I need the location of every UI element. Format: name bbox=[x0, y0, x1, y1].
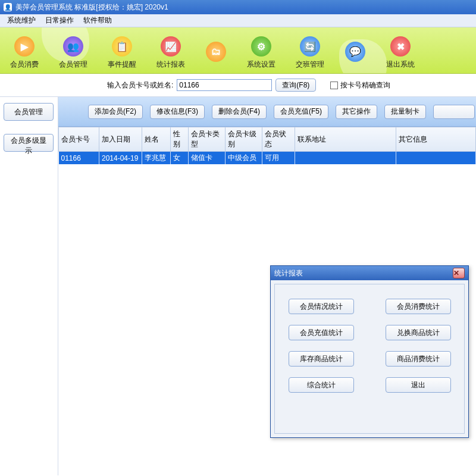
cell-card: 01166 bbox=[59, 152, 99, 165]
tool-chat[interactable]: 💬 bbox=[334, 36, 376, 65]
tool-label: 会员消费 bbox=[10, 60, 39, 70]
col-clevel[interactable]: 会员卡级别 bbox=[226, 127, 262, 152]
col-status[interactable]: 会员状态 bbox=[262, 127, 295, 152]
dialog-titlebar[interactable]: 统计报表 ✕ bbox=[271, 266, 468, 280]
cell-date: 2014-04-19 bbox=[99, 152, 142, 165]
batch-card-button[interactable]: 批量制卡 bbox=[384, 105, 426, 119]
tool-system-settings[interactable]: ⚙ 系统设置 bbox=[237, 31, 286, 70]
report-icon: 📈 bbox=[161, 36, 181, 57]
add-member-button[interactable]: 添加会员(F2) bbox=[88, 105, 143, 119]
dialog-close-button[interactable]: ✕ bbox=[453, 268, 465, 278]
tool-member-consume[interactable]: ▶ 会员消费 bbox=[0, 31, 49, 70]
col-date[interactable]: 加入日期 bbox=[99, 127, 142, 152]
search-label: 输入会员卡号或姓名: bbox=[107, 80, 173, 90]
other-ops-button[interactable]: 其它操作 bbox=[336, 105, 377, 119]
cell-other bbox=[396, 152, 476, 165]
btn-stock-goods-stat[interactable]: 库存商品统计 bbox=[289, 351, 354, 367]
btn-goods-consume-stat[interactable]: 商品消费统计 bbox=[386, 351, 451, 367]
btn-member-charge-stat[interactable]: 会员充值统计 bbox=[289, 325, 354, 340]
tool-label: 事件提醒 bbox=[108, 60, 136, 70]
search-input[interactable] bbox=[177, 79, 272, 91]
members-icon: 👥 bbox=[63, 36, 83, 57]
tool-label: 系统设置 bbox=[247, 60, 275, 70]
chat-icon: 💬 bbox=[345, 42, 365, 62]
btn-member-status-stat[interactable]: 会员情况统计 bbox=[289, 299, 354, 314]
action-bar: 添加会员(F2) 修改信息(F3) 删除会员(F4) 会员充值(F5) 其它操作… bbox=[58, 97, 476, 127]
query-button[interactable]: 查询(F8) bbox=[275, 79, 316, 92]
left-tab-column: 会员管理 会员多级显示 bbox=[0, 97, 58, 475]
members-table: 会员卡号 加入日期 姓名 性别 会员卡类型 会员卡级别 会员状态 联系地址 其它… bbox=[58, 127, 476, 164]
stats-dialog: 统计报表 ✕ 会员情况统计 会员消费统计 会员充值统计 兑换商品统计 库存商品统… bbox=[270, 265, 469, 438]
table-row[interactable]: 01166 2014-04-19 李兆慧 女 储值卡 中级会员 可用 bbox=[59, 152, 476, 165]
close-icon: ✕ bbox=[453, 269, 464, 277]
col-addr[interactable]: 联系地址 bbox=[295, 127, 396, 152]
tool-exit-system[interactable]: ✖ 退出系统 bbox=[376, 31, 425, 70]
delete-member-button[interactable]: 删除会员(F4) bbox=[212, 105, 267, 119]
cell-ctype: 储值卡 bbox=[189, 152, 226, 165]
btn-overall-stat[interactable]: 综合统计 bbox=[289, 377, 354, 393]
col-other[interactable]: 其它信息 bbox=[396, 127, 476, 152]
edit-info-button[interactable]: 修改信息(F3) bbox=[150, 105, 205, 119]
exit-icon: ✖ bbox=[390, 36, 411, 57]
window-titlebar: 👤 美萍会员管理系统 标准版[授权给：姚宏] 2020v1 bbox=[0, 0, 476, 14]
exact-match-checkbox[interactable]: 按卡号精确查询 bbox=[330, 80, 390, 90]
cell-name: 李兆慧 bbox=[142, 152, 171, 165]
app-icon: 👤 bbox=[4, 3, 12, 11]
btn-member-consume-stat[interactable]: 会员消费统计 bbox=[386, 299, 451, 314]
table-header-row: 会员卡号 加入日期 姓名 性别 会员卡类型 会员卡级别 会员状态 联系地址 其它… bbox=[59, 127, 476, 152]
tool-shift-manage[interactable]: 🔄 交班管理 bbox=[286, 31, 334, 70]
window-title: 美萍会员管理系统 标准版[授权给：姚宏] 2020v1 bbox=[15, 2, 472, 12]
blank-button[interactable] bbox=[433, 105, 475, 119]
stack-icon: 🗂 bbox=[206, 42, 226, 62]
tool-label: 统计报表 bbox=[156, 60, 185, 70]
tool-label: 交班管理 bbox=[296, 60, 324, 70]
tool-event-reminder[interactable]: 📋 事件提醒 bbox=[98, 31, 146, 70]
tool-stat-report[interactable]: 📈 统计报表 bbox=[146, 31, 195, 70]
col-card[interactable]: 会员卡号 bbox=[59, 127, 99, 152]
cell-sex: 女 bbox=[171, 152, 189, 165]
cell-addr bbox=[295, 152, 396, 165]
settings-icon: ⚙ bbox=[251, 36, 271, 57]
checkbox-icon bbox=[330, 82, 338, 89]
menu-help[interactable]: 软件帮助 bbox=[79, 14, 117, 27]
shift-icon: 🔄 bbox=[300, 36, 320, 57]
play-icon: ▶ bbox=[14, 36, 35, 57]
col-sex[interactable]: 性别 bbox=[171, 127, 189, 152]
tab-member-manage[interactable]: 会员管理 bbox=[4, 103, 54, 121]
btn-dialog-exit[interactable]: 退出 bbox=[386, 377, 451, 393]
menu-system-maintain[interactable]: 系统维护 bbox=[2, 14, 40, 27]
menu-daily-operate[interactable]: 日常操作 bbox=[40, 14, 79, 27]
cell-clevel: 中级会员 bbox=[226, 152, 262, 165]
btn-exchange-goods-stat[interactable]: 兑换商品统计 bbox=[386, 325, 451, 340]
reminder-icon: 📋 bbox=[112, 36, 132, 57]
cell-status: 可用 bbox=[262, 152, 295, 165]
tool-stack[interactable]: 🗂 bbox=[195, 36, 237, 65]
checkbox-label: 按卡号精确查询 bbox=[340, 80, 390, 90]
tool-label: 退出系统 bbox=[386, 60, 415, 70]
charge-button[interactable]: 会员充值(F5) bbox=[274, 105, 328, 119]
col-name[interactable]: 姓名 bbox=[142, 127, 171, 152]
tab-member-multi[interactable]: 会员多级显示 bbox=[4, 134, 54, 152]
tool-member-manage[interactable]: 👥 会员管理 bbox=[49, 31, 98, 70]
main-toolbar: ▶ 会员消费 👥 会员管理 📋 事件提醒 📈 统计报表 🗂 ⚙ 系统设置 🔄 交… bbox=[0, 27, 476, 74]
dialog-body: 会员情况统计 会员消费统计 会员充值统计 兑换商品统计 库存商品统计 商品消费统… bbox=[274, 284, 465, 434]
tool-label: 会员管理 bbox=[59, 60, 87, 70]
col-ctype[interactable]: 会员卡类型 bbox=[189, 127, 226, 152]
menubar: 系统维护 日常操作 软件帮助 bbox=[0, 14, 476, 27]
dialog-title: 统计报表 bbox=[274, 268, 453, 278]
search-row: 输入会员卡号或姓名: 查询(F8) 按卡号精确查询 bbox=[0, 74, 476, 96]
